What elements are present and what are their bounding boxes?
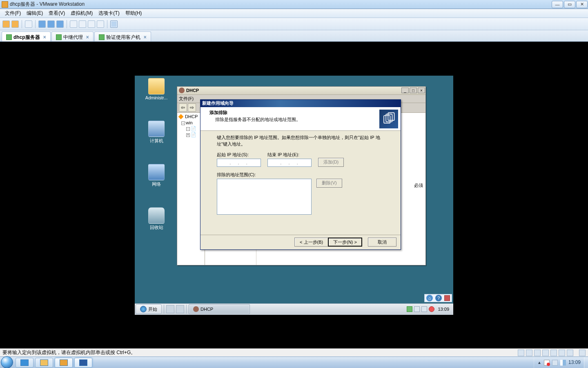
network-icon[interactable] — [552, 360, 558, 366]
view-console-icon[interactable] — [79, 20, 86, 28]
menu-help[interactable]: 帮助(H) — [123, 9, 145, 18]
wizard-body: 键入您想要排除的 IP 地址范围。如果您想排除一个单独的地址，则只在"起始 IP… — [200, 131, 401, 235]
tray-expand-icon[interactable]: ▲ — [537, 360, 541, 365]
mmc-menu-file[interactable]: 文件(F) — [179, 96, 194, 102]
taskbar-item-label: DHCP — [200, 307, 213, 312]
menu-tabs[interactable]: 选项卡(T) — [96, 9, 122, 18]
wizard-footer: < 上一步(B) 下一步(N) > 取消 — [200, 235, 401, 249]
quick-launch-explorer[interactable] — [166, 305, 174, 313]
tray-security-icon[interactable] — [414, 306, 420, 312]
excluded-range-label: 排除的地址范围(C): — [217, 172, 384, 178]
mmc-close-button[interactable]: × — [418, 88, 425, 93]
next-button[interactable]: 下一步(N) > — [328, 238, 362, 247]
guest-system-tray: 13:09 — [404, 306, 453, 312]
back-button[interactable]: < 上一步(B) — [294, 238, 328, 247]
host-statusbar: 要将输入定向到该虚拟机，请在虚拟机内部单击或按 Ctrl+G。 — [0, 348, 588, 357]
vm-tabs: dhcp服务器 × 中继代理 × 验证使用客户机 × — [0, 30, 588, 42]
menu-view[interactable]: 查看(V) — [46, 9, 67, 18]
show-desktop-button[interactable] — [584, 357, 588, 368]
snapshot-revert-icon[interactable] — [47, 20, 55, 28]
taskbar-item-dhcp[interactable]: DHCP — [189, 304, 250, 314]
add-button[interactable]: 添加(D) — [318, 158, 344, 167]
guest-clock[interactable]: 13:09 — [436, 307, 451, 312]
taskbar-explorer[interactable] — [35, 358, 53, 368]
host-taskbar: ▲ 13:09 — [0, 357, 588, 368]
end-ip-input[interactable] — [267, 159, 312, 167]
suspend-icon[interactable] — [25, 20, 32, 28]
snapshot-manager-icon[interactable] — [56, 20, 64, 28]
quick-launch-desktop[interactable] — [176, 305, 184, 313]
device-sound-icon[interactable] — [559, 350, 565, 356]
vm-viewport[interactable]: Administr... 计算机 网络 回收站 DHCP _ □ — [0, 42, 588, 348]
mmc-maximize-button[interactable]: □ — [410, 88, 417, 93]
wizard-titlebar[interactable]: 新建作用域向导 — [200, 100, 401, 107]
desktop-icon-computer[interactable]: 计算机 — [142, 121, 171, 144]
unity-icon[interactable] — [97, 20, 104, 28]
action-center-icon[interactable] — [544, 360, 550, 366]
start-ip-input[interactable] — [217, 159, 261, 167]
menu-file[interactable]: 文件(F) — [2, 9, 23, 18]
vm-running-icon — [99, 34, 105, 40]
view-single-icon[interactable] — [70, 20, 77, 28]
vm-tab-label: 验证使用客户机 — [106, 34, 140, 41]
desktop-icon-network[interactable]: 网络 — [142, 164, 171, 187]
nav-back-icon[interactable]: ⇦ — [179, 103, 187, 112]
mmc-partial-text: 必须 — [414, 182, 423, 188]
security-shield-icon[interactable] — [444, 295, 450, 301]
nav-forward-icon[interactable]: ⇨ — [188, 103, 196, 112]
device-network-icon[interactable] — [542, 350, 549, 356]
cancel-button[interactable]: 取消 — [368, 238, 396, 247]
excluded-range-listbox[interactable] — [217, 179, 312, 215]
desktop-icon-recycle-bin[interactable]: 回收站 — [142, 207, 171, 231]
monitor-icon[interactable]: ⌂ — [426, 295, 433, 301]
icon-label: 网络 — [142, 181, 171, 187]
guest-start-button[interactable]: 开始 — [136, 304, 162, 314]
host-titlebar: dhcp服务器 - VMware Workstation — ▭ ✕ — [0, 0, 588, 9]
vmware-icon — [2, 1, 8, 8]
vm-tab-dhcp-server[interactable]: dhcp服务器 × — [2, 31, 51, 41]
mmc-minimize-button[interactable]: _ — [401, 88, 409, 93]
end-ip-label: 结束 IP 地址(E): — [267, 152, 312, 158]
message-log-icon[interactable] — [579, 350, 586, 356]
computer-icon — [148, 121, 165, 137]
menu-vm[interactable]: 虚拟机(M) — [68, 9, 95, 18]
mmc-titlebar[interactable]: DHCP _ □ × — [177, 87, 425, 95]
volume-icon[interactable] — [560, 360, 566, 366]
delete-button[interactable]: 删除(V) — [316, 179, 342, 188]
snapshot-take-icon[interactable] — [38, 20, 46, 28]
power-on-icon[interactable] — [2, 20, 10, 28]
fullscreen-icon[interactable] — [110, 20, 118, 28]
tab-close-icon[interactable]: × — [144, 34, 147, 40]
host-clock[interactable]: 13:09 — [568, 360, 581, 365]
vm-tab-label: 中继代理 — [63, 34, 83, 41]
icon-label: Administr... — [142, 95, 171, 100]
tab-close-icon[interactable]: × — [43, 34, 46, 40]
vm-tab-client[interactable]: 验证使用客户机 × — [94, 31, 151, 41]
tray-volume-icon[interactable] — [421, 306, 427, 312]
host-start-orb[interactable] — [1, 356, 13, 368]
device-hdd-icon[interactable] — [518, 350, 524, 356]
guest-taskbar: 开始 DHCP 13:09 — [135, 303, 453, 315]
device-usb-icon[interactable] — [550, 350, 557, 356]
host-minimize-button[interactable]: — — [552, 1, 563, 8]
device-floppy-icon[interactable] — [534, 350, 541, 356]
host-close-button[interactable]: ✕ — [576, 1, 588, 8]
icon-label: 回收站 — [142, 224, 171, 231]
guest-info-bar: ⌂ ? — [424, 294, 452, 302]
vm-tab-relay[interactable]: 中继代理 × — [51, 31, 94, 41]
menu-edit[interactable]: 编辑(E) — [24, 9, 45, 18]
host-maximize-button[interactable]: ▭ — [564, 1, 575, 8]
view-thumbnail-icon[interactable] — [88, 20, 95, 28]
help-icon[interactable]: ? — [435, 295, 442, 301]
taskbar-ie[interactable] — [16, 358, 33, 368]
tab-close-icon[interactable]: × — [86, 34, 89, 40]
taskbar-vmware[interactable] — [55, 358, 73, 368]
device-printer-icon[interactable] — [567, 350, 573, 356]
tray-alert-icon[interactable] — [429, 306, 434, 312]
desktop-icon-administrator[interactable]: Administr... — [142, 78, 171, 100]
taskbar-word[interactable] — [74, 358, 92, 368]
tray-network-icon[interactable] — [407, 306, 412, 312]
guest-desktop[interactable]: Administr... 计算机 网络 回收站 DHCP _ □ — [135, 76, 453, 315]
power-off-icon[interactable] — [11, 20, 19, 28]
device-cd-icon[interactable] — [526, 350, 532, 356]
